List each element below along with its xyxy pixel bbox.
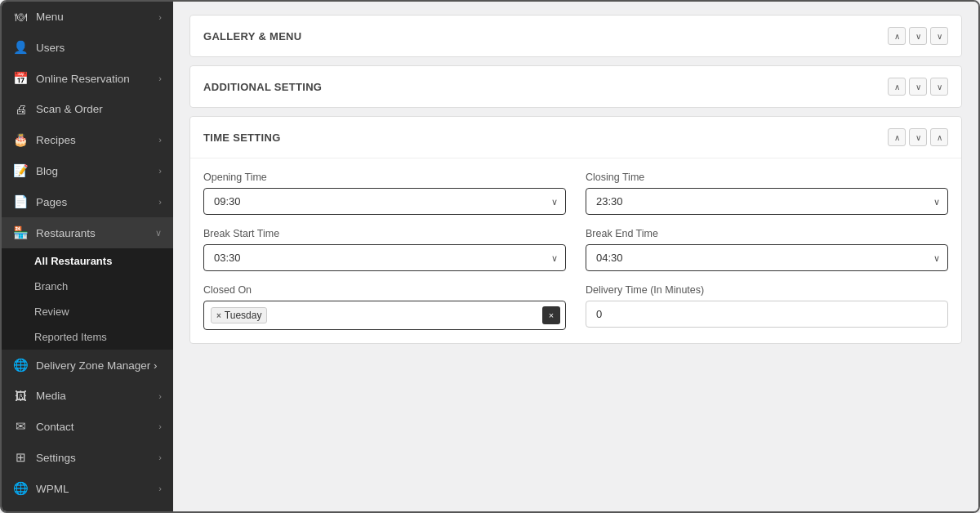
sidebar-item-blog-label: Blog	[36, 165, 150, 177]
tag-clear-btn[interactable]: ×	[542, 306, 560, 324]
break-end-label: Break End Time	[586, 228, 948, 239]
closing-time-select[interactable]: 00:0000:3001:0001:3002:0002:3003:0003:30…	[586, 188, 948, 215]
break-start-label: Break Start Time	[203, 228, 566, 239]
main-content: GALLERY & MENU ∧ ∨ ∨ ADDITIONAL SETTING …	[173, 2, 978, 511]
time-setting-down-btn[interactable]: ∨	[909, 128, 927, 146]
sidebar-submenu-all-restaurants[interactable]: All Restaurants	[2, 248, 173, 274]
opening-time-select[interactable]: 00:0000:3001:0001:3002:0002:3003:0003:30…	[203, 188, 566, 215]
closed-on-group: Closed On × Tuesday ×	[203, 284, 566, 330]
sidebar-item-settings[interactable]: ⊞ Settings ›	[2, 442, 173, 473]
gallery-menu-up-btn[interactable]: ∧	[888, 27, 906, 45]
chevron-right-icon: ›	[158, 135, 162, 145]
calendar-icon: 📅	[13, 71, 28, 86]
gallery-menu-section: GALLERY & MENU ∧ ∨ ∨	[189, 15, 962, 57]
time-setting-controls: ∧ ∨ ∧	[888, 128, 948, 146]
tag-label: Tuesday	[225, 310, 262, 321]
recipes-icon: 🎂	[13, 132, 28, 147]
time-setting-collapse-btn[interactable]: ∧	[930, 128, 948, 146]
sidebar: 🍽 Menu › 👤 Users 📅 Online Reservation › …	[2, 2, 173, 513]
additional-setting-controls: ∧ ∨ ∨	[888, 78, 948, 96]
wpml-icon: 🌐	[13, 481, 28, 496]
break-start-select[interactable]: 00:0000:3001:0001:3002:0002:3003:0003:30…	[203, 244, 566, 271]
sidebar-item-contact[interactable]: ✉ Contact ›	[2, 411, 173, 442]
closing-time-select-wrapper: 00:0000:3001:0001:3002:0002:3003:0003:30…	[586, 188, 948, 215]
break-start-select-wrapper: 00:0000:3001:0001:3002:0002:3003:0003:30…	[203, 244, 566, 271]
break-end-select[interactable]: 00:0000:3001:0001:3002:0002:3003:0003:30…	[586, 244, 948, 271]
chevron-right-icon: ›	[158, 74, 162, 83]
contact-icon: ✉	[13, 419, 28, 434]
sidebar-item-online-reservation-label: Online Reservation	[36, 73, 150, 85]
gallery-menu-expand-btn[interactable]: ∨	[930, 27, 948, 45]
delivery-time-label: Delivery Time (In Minutes)	[586, 284, 948, 296]
time-setting-title: TIME SETTING	[203, 132, 888, 144]
blog-icon: 📝	[13, 163, 28, 178]
scan-icon: 🖨	[13, 102, 28, 116]
sidebar-item-users-label: Users	[36, 42, 162, 54]
sidebar-item-scan-order-label: Scan & Order	[36, 103, 162, 115]
sidebar-item-blog[interactable]: 📝 Blog ›	[2, 155, 173, 186]
additional-setting-header[interactable]: ADDITIONAL SETTING ∧ ∨ ∨	[190, 66, 961, 107]
restaurants-icon: 🏪	[13, 225, 28, 240]
additional-expand-btn[interactable]: ∨	[930, 78, 948, 96]
opening-time-label: Opening Time	[203, 172, 566, 183]
break-start-group: Break Start Time 00:0000:3001:0001:3002:…	[203, 228, 566, 271]
users-icon: 👤	[13, 40, 28, 55]
sidebar-item-online-reservation[interactable]: 📅 Online Reservation ›	[2, 63, 173, 94]
gallery-menu-title: GALLERY & MENU	[203, 30, 888, 42]
sidebar-item-menu-label: Menu	[36, 11, 150, 23]
sidebar-item-menu[interactable]: 🍽 Menu ›	[2, 2, 173, 32]
sidebar-item-contact-label: Contact	[36, 421, 150, 433]
menu-icon: 🍽	[13, 10, 28, 24]
additional-setting-title: ADDITIONAL SETTING	[203, 81, 888, 93]
chevron-right-icon: ›	[158, 12, 162, 22]
time-setting-body: Opening Time 00:0000:3001:0001:3002:0002…	[190, 158, 961, 343]
sidebar-item-recipes-label: Recipes	[36, 134, 150, 146]
tag-remove-btn[interactable]: ×	[216, 311, 221, 320]
gallery-menu-header[interactable]: GALLERY & MENU ∧ ∨ ∨	[190, 16, 961, 56]
sidebar-item-wpml[interactable]: 🌐 WPML ›	[2, 473, 173, 504]
media-icon: 🖼	[13, 389, 28, 403]
globe-icon: 🌐	[13, 358, 28, 372]
sidebar-submenu-reported-items[interactable]: Reported Items	[2, 324, 173, 350]
opening-time-select-wrapper: 00:0000:3001:0001:3002:0002:3003:0003:30…	[203, 188, 566, 215]
chevron-right-icon: ›	[158, 422, 162, 431]
chevron-right-icon: ›	[158, 484, 162, 493]
sidebar-item-recipes[interactable]: 🎂 Recipes ›	[2, 124, 173, 155]
opening-time-group: Opening Time 00:0000:3001:0001:3002:0002…	[203, 172, 566, 215]
sidebar-item-restaurants[interactable]: 🏪 Restaurants ∨	[2, 217, 173, 248]
settings-icon: ⊞	[13, 450, 28, 465]
sidebar-item-restaurants-label: Restaurants	[36, 227, 147, 239]
sidebar-item-scan-order[interactable]: 🖨 Scan & Order	[2, 94, 173, 124]
sidebar-item-pages-label: Pages	[36, 196, 150, 208]
sidebar-submenu-branch[interactable]: Branch	[2, 274, 173, 299]
chevron-right-icon: ›	[158, 197, 162, 207]
chevron-down-icon: ∨	[155, 228, 162, 239]
sidebar-item-pages[interactable]: 📄 Pages ›	[2, 186, 173, 217]
sidebar-item-media-label: Media	[36, 390, 150, 402]
restaurants-submenu: All Restaurants Branch Review Reported I…	[2, 248, 173, 350]
time-setting-header[interactable]: TIME SETTING ∧ ∨ ∧	[190, 117, 961, 158]
delivery-time-input[interactable]	[586, 301, 948, 328]
sidebar-item-wpml-label: WPML	[36, 483, 150, 495]
time-setting-up-btn[interactable]: ∧	[888, 128, 906, 146]
sidebar-item-delivery-zone-label: Delivery Zone Manager ›	[36, 359, 162, 372]
sidebar-item-users[interactable]: 👤 Users	[2, 32, 173, 63]
sidebar-item-delivery-zone[interactable]: 🌐 Delivery Zone Manager ›	[2, 350, 173, 381]
additional-up-btn[interactable]: ∧	[888, 78, 906, 96]
closing-time-label: Closing Time	[586, 172, 948, 183]
closing-time-group: Closing Time 00:0000:3001:0001:3002:0002…	[586, 172, 948, 215]
chevron-right-icon: ›	[158, 391, 162, 401]
closed-on-tag-input[interactable]: × Tuesday ×	[203, 301, 566, 330]
chevron-right-icon: ›	[158, 453, 162, 462]
closed-on-tag: × Tuesday	[211, 307, 267, 323]
sidebar-item-media[interactable]: 🖼 Media ›	[2, 381, 173, 411]
sidebar-submenu-review[interactable]: Review	[2, 299, 173, 324]
gallery-menu-down-btn[interactable]: ∨	[909, 27, 927, 45]
break-end-select-wrapper: 00:0000:3001:0001:3002:0002:3003:0003:30…	[586, 244, 948, 271]
additional-setting-section: ADDITIONAL SETTING ∧ ∨ ∨	[189, 65, 962, 108]
gallery-menu-controls: ∧ ∨ ∨	[888, 27, 948, 45]
chevron-right-icon: ›	[158, 166, 162, 176]
time-setting-section: TIME SETTING ∧ ∨ ∧ Opening Time 00:0000:…	[189, 116, 962, 344]
time-grid: Opening Time 00:0000:3001:0001:3002:0002…	[203, 172, 948, 330]
additional-down-btn[interactable]: ∨	[909, 78, 927, 96]
